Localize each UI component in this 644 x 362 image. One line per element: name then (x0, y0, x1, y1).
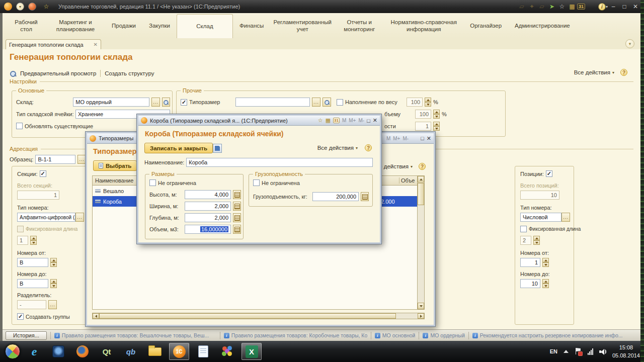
close-button[interactable]: ✕ (373, 117, 377, 124)
width-input[interactable]: 2,000 (185, 202, 231, 211)
action-center-flag-icon[interactable] (575, 348, 582, 355)
save-icon-button[interactable] (213, 144, 222, 153)
memory-button[interactable]: М (342, 118, 346, 123)
positions-checkbox[interactable]: ✓ (546, 170, 552, 177)
scroll-left-icon[interactable] (93, 313, 99, 319)
horizontal-scrollbar[interactable] (92, 313, 425, 319)
total-positions-input[interactable]: 10 (520, 191, 559, 200)
close-button[interactable]: ✕ (427, 135, 431, 142)
column-volume[interactable]: Объе (399, 177, 417, 184)
numbers-from-input[interactable]: 1 (520, 258, 540, 267)
tab-list-chevron-button[interactable]: ▾ (625, 39, 634, 48)
info-button[interactable]: i (598, 3, 606, 11)
scroll-thumb[interactable] (418, 183, 424, 205)
fill-by-weight-spinner[interactable] (425, 98, 431, 107)
language-indicator[interactable]: EN (550, 348, 557, 354)
menu-tab-desktop[interactable]: Рабочий стол (7, 13, 46, 38)
memory-minus-button[interactable]: М- (403, 136, 409, 141)
taskbar-blue-app-icon[interactable] (48, 343, 68, 360)
calculator-button[interactable] (233, 225, 241, 234)
create-structure-button[interactable]: Создать структуру (105, 70, 154, 76)
help-button[interactable]: ? (419, 163, 426, 170)
tab-warehouse-topology[interactable]: Генерация топологии склада ✕ (6, 39, 101, 49)
capacity-spinner[interactable] (433, 122, 440, 131)
calculator-icon[interactable]: ▦ (326, 117, 331, 124)
select-button[interactable]: Выбрать (93, 160, 137, 171)
save-and-close-button[interactable]: Записать и закрыть (144, 143, 213, 153)
preview-button[interactable]: Предварительный просмотр (20, 70, 96, 76)
scroll-down-icon[interactable] (418, 303, 424, 309)
scroll-thumb[interactable] (99, 313, 396, 319)
menu-tab-finance[interactable]: Финансы (233, 13, 270, 38)
clock[interactable]: 15:08 05.08.2014 (612, 343, 640, 360)
memory-minus-button[interactable]: М- (358, 118, 364, 123)
calendar-icon[interactable]: 31 (577, 4, 585, 10)
numbers-to-spinner[interactable] (542, 279, 549, 288)
capacity-input[interactable]: 1 (415, 122, 431, 131)
all-actions-button[interactable]: Все действия▾ (317, 145, 358, 151)
fixed-length-input[interactable]: 1 (17, 236, 28, 245)
calendar-icon[interactable]: 31 (333, 118, 340, 123)
fill-by-weight-input[interactable]: 100 (407, 98, 423, 107)
main-menu-button[interactable]: ▾ (16, 3, 24, 11)
calculator-button[interactable] (233, 213, 241, 222)
calculator-icon[interactable]: ▦ (567, 3, 577, 10)
menu-tab-reports[interactable]: Отчеты и мониторинг (335, 13, 384, 38)
memory-button[interactable]: М (386, 136, 390, 141)
number-type-input[interactable]: Числовой (520, 213, 561, 222)
close-button[interactable]: ✕ (630, 3, 641, 10)
maximize-button[interactable]: □ (367, 118, 370, 124)
restore-button[interactable]: □ (619, 3, 630, 10)
calculator-button[interactable] (361, 192, 369, 201)
sections-checkbox[interactable]: ✓ (40, 170, 46, 177)
taskbar-firefox-icon[interactable] (72, 343, 93, 360)
status-backup-recommendation[interactable]: i Рекомендуется настроить резервное копи… (472, 332, 632, 338)
start-button[interactable] (5, 344, 20, 359)
koroba-dialog-titlebar[interactable]: Короба (Типоразмер складской я... (1С:Пр… (138, 116, 380, 126)
menu-tab-administration[interactable]: Администрирование (508, 13, 577, 38)
network-signal-icon[interactable] (588, 348, 593, 355)
go-to-link-icon[interactable]: ➤ (547, 3, 557, 10)
warehouse-input[interactable]: МО ордерный (73, 98, 149, 107)
create-groups-checkbox[interactable]: ✓ (17, 313, 24, 320)
taskbar-excel-icon-active[interactable]: X (242, 343, 262, 360)
favorites-star-icon[interactable]: ☆ (41, 3, 51, 10)
sample-select-button[interactable]: ... (77, 155, 86, 164)
menu-tab-regulated-accounting[interactable]: Регламентированный учет (270, 13, 335, 38)
number-type-select-button[interactable]: ... (561, 213, 570, 222)
depth-input[interactable]: 2,000 (185, 213, 231, 222)
total-sections-input[interactable]: 1 (17, 191, 59, 200)
menu-tab-master-data[interactable]: Нормативно-справочная информация (384, 13, 463, 38)
typesize-checkbox[interactable]: ✓ (181, 99, 187, 106)
vertical-scrollbar[interactable] (417, 176, 424, 309)
fixed-length-input[interactable]: 2 (520, 236, 531, 245)
fixed-length-checkbox[interactable] (520, 226, 527, 232)
number-type-select-button[interactable]: ... (75, 213, 84, 222)
numbers-to-spinner[interactable] (50, 279, 57, 288)
update-existing-checkbox[interactable] (16, 123, 23, 129)
numbers-to-input[interactable]: В (17, 279, 48, 288)
minimize-button[interactable]: – (608, 3, 619, 10)
numbers-from-spinner[interactable] (542, 258, 549, 267)
sample-input[interactable]: В-1-1 (35, 155, 75, 164)
name-input[interactable]: Короба (186, 158, 373, 167)
volume-input[interactable]: 16,000000 (185, 225, 231, 234)
taskbar-qt-icon[interactable]: Qt (97, 343, 117, 360)
taskbar-molecule-icon[interactable] (217, 343, 237, 360)
volume-icon[interactable] (599, 348, 606, 355)
help-button[interactable]: ? (620, 69, 627, 76)
tab-close-icon[interactable]: ✕ (94, 42, 98, 47)
fill-by-volume-spinner[interactable] (433, 110, 440, 119)
taskbar-ie-icon[interactable]: e (24, 343, 44, 360)
typesize-select-button[interactable]: ... (312, 98, 320, 107)
numbers-to-input[interactable]: 10 (520, 279, 540, 288)
sizes-unlimited-checkbox[interactable] (149, 179, 156, 186)
taskbar-folder-icon[interactable] (145, 343, 165, 360)
add-favorite-icon[interactable]: ☆ (557, 3, 567, 10)
fill-by-volume-input[interactable]: 100 (415, 110, 431, 119)
favorites-star-icon[interactable]: ☆ (318, 117, 323, 124)
capacity-unlimited-checkbox[interactable] (253, 179, 260, 186)
menu-tab-warehouse[interactable]: Склад (177, 14, 233, 38)
typesize-input[interactable] (235, 98, 310, 107)
number-type-input[interactable]: Алфавитно-цифровой (лат.) (17, 213, 75, 222)
